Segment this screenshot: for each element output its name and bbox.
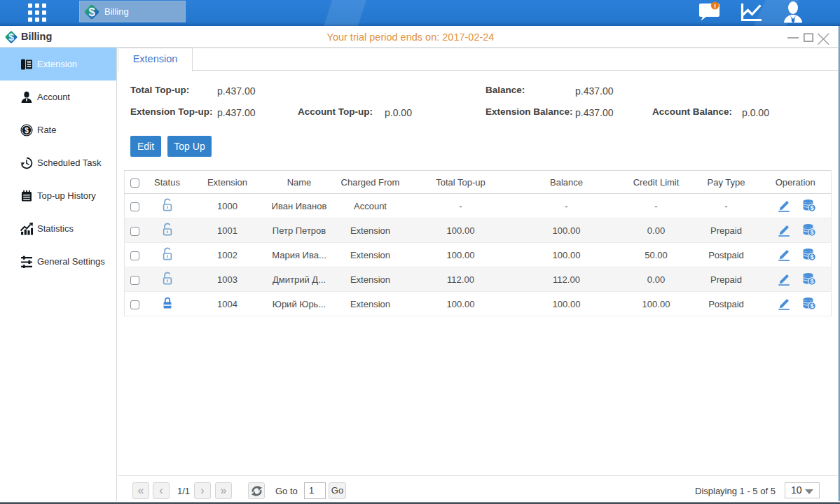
svg-text:$: $ [811, 229, 814, 236]
svg-text:$: $ [811, 302, 814, 309]
svg-text:$: $ [88, 6, 95, 19]
svg-text:$: $ [25, 126, 29, 134]
svg-text:$: $ [811, 253, 814, 260]
svg-text:!: ! [714, 2, 716, 10]
svg-text:$: $ [811, 204, 814, 211]
svg-text:$: $ [811, 278, 814, 285]
